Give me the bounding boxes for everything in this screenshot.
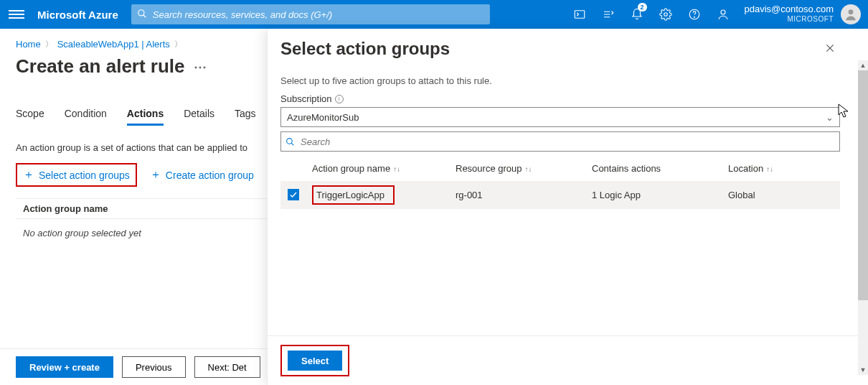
svg-point-3 <box>664 13 667 17</box>
row-rg-cell: rg-001 <box>453 187 589 203</box>
page-title-text: Create an alert rule <box>16 55 185 78</box>
chevron-down-icon: ⌄ <box>826 112 834 123</box>
search-icon <box>286 137 295 147</box>
brand-label[interactable]: Microsoft Azure <box>37 9 118 21</box>
select-action-groups-label: Select action groups <box>39 170 130 181</box>
chevron-right-icon: 〉 <box>174 39 182 50</box>
col-rg[interactable]: Resource group <box>456 163 522 174</box>
more-actions-icon[interactable]: ⋯ <box>194 59 207 75</box>
scroll-thumb[interactable] <box>858 70 868 300</box>
sort-icon[interactable]: ↑↓ <box>766 165 773 173</box>
header-icons: 2 <box>567 0 736 29</box>
subscription-label: Subscription i <box>280 93 848 104</box>
action-group-search[interactable] <box>280 131 840 152</box>
global-search-input[interactable] <box>131 4 490 24</box>
create-action-group-label: Create action group <box>166 170 254 181</box>
plus-icon: ＋ <box>150 167 161 182</box>
tab-details[interactable]: Details <box>184 103 214 126</box>
sort-icon[interactable]: ↑↓ <box>393 165 400 173</box>
tab-actions[interactable]: Actions <box>127 103 164 126</box>
svg-point-10 <box>287 138 293 144</box>
info-icon[interactable]: i <box>335 95 344 103</box>
hamburger-menu-icon[interactable] <box>9 10 24 19</box>
grid-header-row: Action group name↑↓ Resource group↑↓ Con… <box>280 156 840 181</box>
user-avatar-icon[interactable] <box>841 4 861 24</box>
tab-tags[interactable]: Tags <box>235 103 256 126</box>
svg-line-1 <box>143 15 146 18</box>
next-button[interactable]: Next: Det <box>194 356 260 378</box>
scroll-down-arrow-icon[interactable]: ▼ <box>858 365 868 375</box>
svg-point-5 <box>694 17 694 17</box>
scroll-up-arrow-icon[interactable]: ▲ <box>858 60 868 70</box>
cloud-shell-icon[interactable] <box>567 0 593 29</box>
scrollbar[interactable]: ▲ ▼ <box>858 60 868 375</box>
create-action-group-button[interactable]: ＋ Create action group <box>144 163 260 187</box>
global-header: Microsoft Azure 2 pdavis@contoso.com MIC… <box>0 0 868 29</box>
row-location-cell: Global <box>725 187 836 203</box>
svg-point-0 <box>138 10 144 16</box>
tab-condition[interactable]: Condition <box>65 103 107 126</box>
settings-gear-icon[interactable] <box>653 0 679 29</box>
tab-scope[interactable]: Scope <box>16 103 44 126</box>
review-create-button[interactable]: Review + create <box>16 356 113 378</box>
notifications-icon[interactable]: 2 <box>624 0 650 29</box>
col-contains[interactable]: Contains actions <box>592 163 661 174</box>
select-button[interactable]: Select <box>288 351 342 371</box>
action-group-grid: Action group name↑↓ Resource group↑↓ Con… <box>280 156 840 209</box>
subscription-dropdown[interactable]: AzureMonitorSub ⌄ <box>280 107 840 127</box>
select-action-groups-flyout: Select action groups Select up to five a… <box>267 29 868 385</box>
svg-rect-2 <box>575 11 585 19</box>
flyout-footer: Select <box>268 335 868 385</box>
breadcrumb-home[interactable]: Home <box>16 39 41 50</box>
user-tenant: MICROSOFT <box>745 14 834 24</box>
directories-icon[interactable] <box>595 0 621 29</box>
grid-row[interactable]: TriggerLogicApp rg-001 1 Logic App Globa… <box>280 181 840 209</box>
user-email: pdavis@contoso.com <box>745 4 834 14</box>
row-checkbox[interactable] <box>288 189 299 200</box>
flyout-subtitle: Select up to five action groups to attac… <box>280 75 848 86</box>
row-contains-cell: 1 Logic App <box>589 187 725 203</box>
help-icon[interactable] <box>681 0 707 29</box>
user-account-block[interactable]: pdavis@contoso.com MICROSOFT <box>745 4 834 24</box>
sort-icon[interactable]: ↑↓ <box>525 165 532 173</box>
flyout-title: Select action groups <box>280 39 450 59</box>
svg-point-6 <box>721 10 725 14</box>
row-name-cell: TriggerLogicApp <box>312 185 395 205</box>
svg-point-7 <box>849 9 854 14</box>
breadcrumb-parent[interactable]: ScaleableWebApp1 | Alerts <box>57 39 170 50</box>
col-name[interactable]: Action group name <box>312 163 390 174</box>
notification-badge: 2 <box>638 3 647 11</box>
plus-icon: ＋ <box>23 167 34 182</box>
previous-button[interactable]: Previous <box>122 356 186 378</box>
search-icon <box>137 9 147 21</box>
subscription-value: AzureMonitorSub <box>287 112 359 123</box>
close-icon[interactable] <box>821 39 839 60</box>
feedback-icon[interactable] <box>710 0 736 29</box>
action-group-search-input[interactable] <box>299 136 835 148</box>
svg-line-11 <box>291 143 293 145</box>
select-action-groups-button[interactable]: ＋ Select action groups <box>16 163 137 187</box>
chevron-right-icon: 〉 <box>45 39 53 50</box>
global-search[interactable] <box>131 4 490 24</box>
col-location[interactable]: Location <box>728 163 763 174</box>
